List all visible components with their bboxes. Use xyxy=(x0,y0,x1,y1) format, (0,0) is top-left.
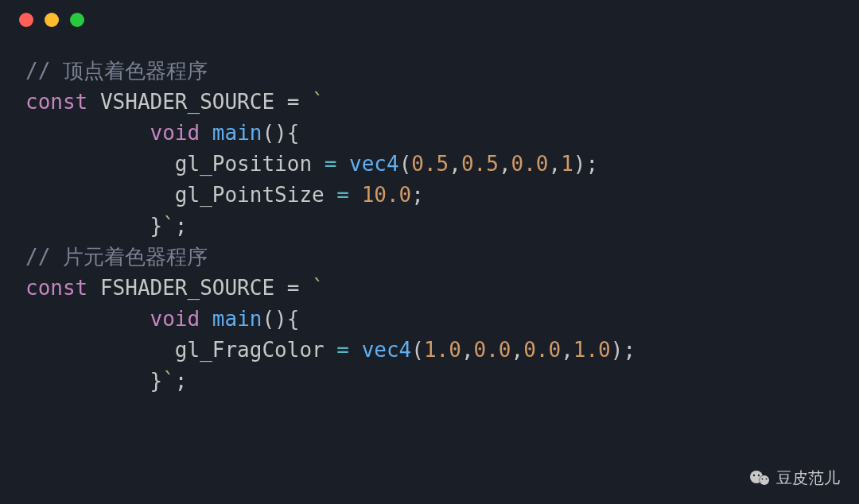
svg-point-5 xyxy=(762,479,764,480)
keyword-const: const xyxy=(25,276,87,300)
svg-point-6 xyxy=(766,479,768,480)
svg-point-4 xyxy=(758,475,760,476)
code-line: void main(){ xyxy=(25,304,834,335)
code-line: }`; xyxy=(25,211,834,242)
code-line: gl_PointSize = 10.0; xyxy=(25,180,834,211)
close-icon[interactable] xyxy=(19,13,33,27)
code-line: const FSHADER_SOURCE = ` xyxy=(25,273,834,304)
code-window: // 顶点着色器程序 const VSHADER_SOURCE = ` void… xyxy=(0,0,859,504)
comment: // 顶点着色器程序 xyxy=(25,59,208,83)
svg-point-3 xyxy=(753,475,755,476)
comment: // 片元着色器程序 xyxy=(25,245,208,269)
code-line: }`; xyxy=(25,366,834,397)
code-line: // 片元着色器程序 xyxy=(25,242,834,273)
code-line: gl_FragColor = vec4(1.0,0.0,0.0,1.0); xyxy=(25,335,834,366)
watermark: 豆皮范儿 xyxy=(749,466,840,490)
code-line: const VSHADER_SOURCE = ` xyxy=(25,87,834,118)
wechat-icon xyxy=(749,469,772,487)
identifier: FSHADER_SOURCE xyxy=(100,276,274,300)
watermark-text: 豆皮范儿 xyxy=(776,466,840,490)
code-line: gl_Position = vec4(0.5,0.5,0.0,1); xyxy=(25,149,834,180)
keyword-const: const xyxy=(25,90,87,114)
code-line: void main(){ xyxy=(25,118,834,149)
identifier: VSHADER_SOURCE xyxy=(100,90,274,114)
zoom-icon[interactable] xyxy=(70,13,84,27)
minimize-icon[interactable] xyxy=(45,13,59,27)
svg-point-2 xyxy=(760,475,769,485)
window-titlebar xyxy=(0,0,859,40)
code-editor[interactable]: // 顶点着色器程序 const VSHADER_SOURCE = ` void… xyxy=(0,40,859,397)
code-line: // 顶点着色器程序 xyxy=(25,56,834,87)
